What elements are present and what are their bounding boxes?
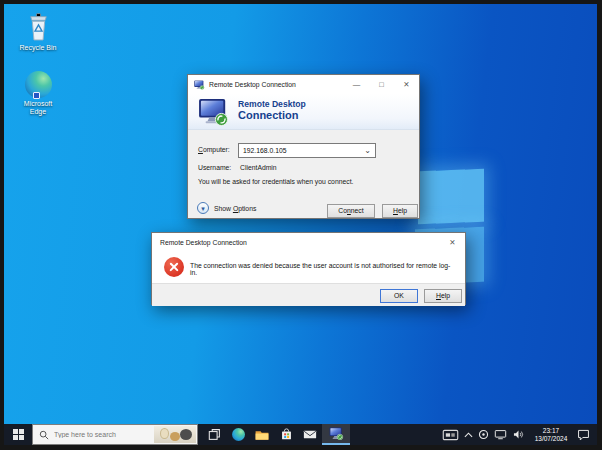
chevron-down-icon[interactable]: ⌄ [364, 148, 371, 154]
taskbar-clock[interactable]: 23:17 13/07/2024 [530, 427, 572, 443]
tray-window-icon[interactable] [442, 429, 459, 441]
tray-sync-icon[interactable] [478, 429, 489, 440]
show-options-label: Show Options [214, 205, 256, 212]
edge-label: MicrosoftEdge [13, 100, 63, 116]
rdc-titlebar-icon [194, 80, 205, 90]
desktop: Recycle Bin MicrosoftEdge Remote Desktop… [4, 4, 597, 424]
credentials-note: You will be asked for credentials when y… [198, 178, 353, 185]
taskbar-edge-button[interactable] [226, 424, 250, 445]
banner-title-line2: Connection [238, 109, 299, 121]
computer-combobox[interactable]: 192.168.0.105 ⌄ [238, 143, 376, 158]
taskbar-search[interactable] [32, 424, 198, 445]
monitor-frame: Recycle Bin MicrosoftEdge Remote Desktop… [0, 0, 602, 450]
task-view-icon [208, 428, 221, 441]
clock-time: 23:17 [530, 427, 572, 435]
error-help-button[interactable]: Help [424, 289, 462, 303]
rdc-window-title: Remote Desktop Connection [209, 81, 340, 88]
rdc-titlebar[interactable]: Remote Desktop Connection — □ ✕ [188, 75, 419, 94]
hidden-icons-chevron[interactable] [464, 432, 473, 438]
windows-logo-icon [13, 429, 24, 440]
rdc-body: Computer: 192.168.0.105 ⌄ Username: Clie… [188, 130, 419, 220]
taskbar-rdc-button-active[interactable] [322, 424, 350, 445]
edge-icon [13, 66, 63, 98]
show-options-arrow-icon: ▾ [197, 202, 209, 214]
minimize-button[interactable]: — [344, 75, 369, 94]
rdc-help-button[interactable]: Help [382, 204, 418, 218]
action-center-icon[interactable] [577, 429, 590, 441]
recycle-bin-label: Recycle Bin [13, 44, 63, 52]
banner-title-line1: Remote Desktop [238, 99, 306, 109]
microsoft-store-button[interactable] [274, 424, 298, 445]
mail-button[interactable] [298, 424, 322, 445]
desktop-icon-recycle-bin[interactable]: Recycle Bin [13, 10, 63, 52]
pinned-apps [202, 424, 350, 445]
network-icon[interactable] [494, 429, 507, 440]
computer-value: 192.168.0.105 [243, 147, 286, 154]
error-message: The connection was denied because the us… [190, 262, 456, 276]
error-body: The connection was denied because the us… [152, 251, 465, 283]
rdc-banner: Remote Desktop Connection [188, 94, 419, 130]
taskbar: 23:17 13/07/2024 [4, 424, 597, 445]
computer-label: Computer: [198, 146, 230, 153]
start-button[interactable] [4, 424, 32, 445]
file-explorer-button[interactable] [250, 424, 274, 445]
clock-date: 13/07/2024 [530, 435, 572, 443]
error-icon [164, 257, 184, 277]
folder-icon [255, 429, 269, 441]
connect-button[interactable]: Connect [327, 204, 375, 218]
rdc-logo-icon [198, 98, 230, 126]
maximize-button[interactable]: □ [369, 75, 394, 94]
search-input[interactable] [54, 431, 144, 438]
error-dialog-title: Remote Desktop Connection [160, 239, 440, 246]
error-footer: OK Help [152, 283, 465, 306]
rdc-window: Remote Desktop Connection — □ ✕ Remote D… [187, 74, 420, 219]
desktop-icon-microsoft-edge[interactable]: MicrosoftEdge [13, 66, 63, 116]
show-options-button[interactable]: ▾ Show Options [197, 202, 256, 214]
shortcut-badge [33, 92, 40, 99]
search-icon [39, 430, 49, 440]
rdc-icon [329, 427, 344, 440]
store-bag-icon [280, 428, 293, 441]
rdc-error-dialog: Remote Desktop Connection ✕ The connecti… [151, 232, 466, 305]
ok-button[interactable]: OK [380, 289, 418, 303]
close-button[interactable]: ✕ [394, 75, 419, 94]
recycle-bin-icon [13, 10, 63, 42]
system-tray: 23:17 13/07/2024 [442, 424, 597, 445]
task-view-button[interactable] [202, 424, 226, 445]
wallpaper-logo-pane-top [418, 169, 484, 224]
edge-icon [232, 428, 245, 441]
username-value: ClientAdmin [240, 164, 277, 171]
search-highlight-image[interactable] [154, 426, 196, 443]
error-close-button[interactable]: ✕ [440, 233, 465, 252]
volume-icon[interactable] [512, 429, 525, 440]
error-titlebar[interactable]: Remote Desktop Connection ✕ [152, 233, 465, 252]
username-label: Username: [198, 164, 231, 171]
mail-icon [303, 429, 317, 440]
